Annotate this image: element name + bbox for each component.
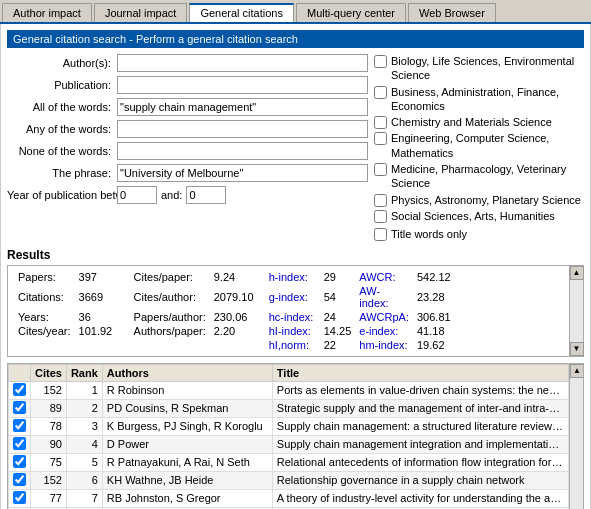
- tab-multi-query[interactable]: Multi-query center: [296, 3, 406, 22]
- row-title-3: Supply chain management integration and …: [272, 435, 568, 453]
- checkbox-chemistry-label: Chemistry and Materials Science: [391, 115, 552, 129]
- checkbox-engineering-label: Engineering, Computer Science, Mathemati…: [391, 131, 584, 160]
- stat-key-hm-index[interactable]: hm-index:: [355, 338, 413, 352]
- stat-key-aw-index[interactable]: AW-index:: [355, 284, 413, 310]
- any-words-input[interactable]: [117, 120, 368, 138]
- stat-val-papers-author: 230.06: [210, 310, 265, 324]
- row-title-2: Supply chain management: a structured li…: [272, 417, 568, 435]
- stat-key-empty2: [130, 338, 210, 352]
- row-check-3[interactable]: [9, 435, 31, 453]
- row-title-1: Strategic supply and the management of i…: [272, 399, 568, 417]
- row-cites-3: 90: [31, 435, 67, 453]
- row-check-6[interactable]: [9, 489, 31, 507]
- stat-val-cites-year: 101.92: [75, 324, 130, 338]
- any-words-row: Any of the words:: [7, 120, 368, 138]
- year-from-input[interactable]: [117, 186, 157, 204]
- tab-general-citations[interactable]: General citations: [189, 3, 294, 22]
- year-to-input[interactable]: [186, 186, 226, 204]
- checkbox-business[interactable]: [374, 86, 387, 99]
- scroll-down-arrow[interactable]: ▼: [570, 342, 584, 356]
- table-row: 90 4 D Power Supply chain management int…: [9, 435, 569, 453]
- publication-label: Publication:: [7, 79, 117, 91]
- row-author-4: R Patnayakuni, A Rai, N Seth: [102, 453, 272, 471]
- stat-key-e-index[interactable]: e-index:: [355, 324, 413, 338]
- stats-row-3: Cites/year: 101.92 Authors/paper: 2.20 h…: [14, 324, 563, 338]
- stat-key-hi-index[interactable]: hI-index:: [265, 324, 320, 338]
- row-checkbox-3[interactable]: [13, 437, 26, 450]
- header-rank[interactable]: Rank: [66, 364, 102, 381]
- stat-val-awcr: 542.12: [413, 270, 563, 284]
- authors-row: Author(s):: [7, 54, 368, 72]
- row-checkbox-4[interactable]: [13, 455, 26, 468]
- stat-val-hinorm: 22: [320, 338, 356, 352]
- stat-key-awcr[interactable]: AWCR:: [355, 270, 413, 284]
- row-checkbox-1[interactable]: [13, 401, 26, 414]
- results-scrollbar[interactable]: ▲ ▼: [569, 266, 583, 356]
- header-title[interactable]: Title: [272, 364, 568, 381]
- stat-key-g-index[interactable]: g-index:: [265, 284, 320, 310]
- table-scroll-up[interactable]: ▲: [570, 364, 584, 378]
- none-words-input[interactable]: [117, 142, 368, 160]
- row-title-0: Ports as elements in value-driven chain …: [272, 381, 568, 399]
- row-checkbox-0[interactable]: [13, 383, 26, 396]
- publication-input[interactable]: [117, 76, 368, 94]
- table-row: 75 5 R Patnayakuni, A Rai, N Seth Relati…: [9, 453, 569, 471]
- checkbox-row-6: Social Sciences, Arts, Humanities: [374, 209, 584, 223]
- header-cites[interactable]: Cites: [31, 364, 67, 381]
- none-words-row: None of the words:: [7, 142, 368, 160]
- checkbox-engineering[interactable]: [374, 132, 387, 145]
- stat-val-e-index: 41.18: [413, 324, 563, 338]
- table-scrollbar[interactable]: ▲ ▼: [569, 364, 583, 509]
- search-form: Author(s): Publication: All of the words…: [7, 54, 584, 242]
- title-words-checkbox[interactable]: [374, 228, 387, 241]
- scroll-up-arrow[interactable]: ▲: [570, 266, 584, 280]
- tab-web-browser[interactable]: Web Browser: [408, 3, 496, 22]
- stat-val-hm-index: 19.62: [413, 338, 563, 352]
- publication-row: Publication:: [7, 76, 368, 94]
- checkbox-physics[interactable]: [374, 194, 387, 207]
- checkbox-physics-label: Physics, Astronomy, Planetary Science: [391, 193, 581, 207]
- row-check-2[interactable]: [9, 417, 31, 435]
- row-title-6: A theory of industry-level activity for …: [272, 489, 568, 507]
- tab-author-impact[interactable]: Author impact: [2, 3, 92, 22]
- checkbox-medicine-label: Medicine, Pharmacology, Veterinary Scien…: [391, 162, 584, 191]
- row-checkbox-6[interactable]: [13, 491, 26, 504]
- stat-val-awcrpa: 306.81: [413, 310, 563, 324]
- row-checkbox-5[interactable]: [13, 473, 26, 486]
- all-words-input[interactable]: [117, 98, 368, 116]
- stat-val-cites-paper: 9.24: [210, 270, 265, 284]
- checkbox-social-label: Social Sciences, Arts, Humanities: [391, 209, 555, 223]
- checkbox-medicine[interactable]: [374, 163, 387, 176]
- table-scroll-track: [570, 378, 583, 509]
- tab-journal-impact[interactable]: Journal impact: [94, 3, 188, 22]
- authors-input[interactable]: [117, 54, 368, 72]
- authors-label: Author(s):: [7, 57, 117, 69]
- stat-key-awcrpa[interactable]: AWCRpA:: [355, 310, 413, 324]
- none-words-label: None of the words:: [7, 145, 117, 157]
- row-check-1[interactable]: [9, 399, 31, 417]
- row-cites-0: 152: [31, 381, 67, 399]
- stat-key-citations: Citations:: [14, 284, 75, 310]
- header-check: [9, 364, 31, 381]
- row-check-0[interactable]: [9, 381, 31, 399]
- row-check-5[interactable]: [9, 471, 31, 489]
- phrase-input[interactable]: [117, 164, 368, 182]
- row-cites-4: 75: [31, 453, 67, 471]
- stat-val-h-index: 29: [320, 270, 356, 284]
- row-cites-6: 77: [31, 489, 67, 507]
- row-checkbox-2[interactable]: [13, 419, 26, 432]
- subject-checkboxes: Biology, Life Sciences, Environmental Sc…: [374, 54, 584, 242]
- stat-val-empty2: [210, 338, 265, 352]
- stat-key-h-index[interactable]: h-index:: [265, 270, 320, 284]
- stat-val-cites-author: 2079.10: [210, 284, 265, 310]
- stat-val-g-index: 54: [320, 284, 356, 310]
- stat-key-hinorm[interactable]: hI,norm:: [265, 338, 320, 352]
- row-check-4[interactable]: [9, 453, 31, 471]
- checkbox-chemistry[interactable]: [374, 116, 387, 129]
- checkbox-social[interactable]: [374, 210, 387, 223]
- checkbox-row-3: Engineering, Computer Science, Mathemati…: [374, 131, 584, 160]
- checkbox-biology[interactable]: [374, 55, 387, 68]
- stat-val-aw-index: 23.28: [413, 284, 563, 310]
- header-authors[interactable]: Authors: [102, 364, 272, 381]
- stat-key-hc-index[interactable]: hc-index:: [265, 310, 320, 324]
